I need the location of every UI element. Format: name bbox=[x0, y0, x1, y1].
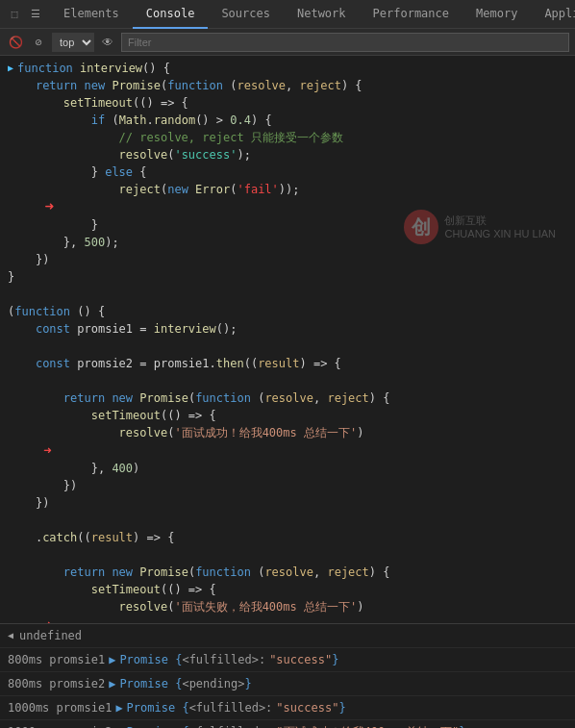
output-1000ms-promsie1: 1000ms promsie1 ▶ Promise { <fulfilled>:… bbox=[0, 696, 575, 720]
promise-kw-2: Promise { bbox=[119, 675, 182, 692]
tab-elements[interactable]: Elements bbox=[50, 0, 133, 29]
code-line: }) bbox=[0, 251, 575, 268]
code-line bbox=[0, 338, 575, 355]
promise-close-1: } bbox=[332, 651, 338, 668]
tab-console[interactable]: Console bbox=[133, 0, 209, 29]
left-arrow: ◀ bbox=[8, 627, 13, 644]
context-selector[interactable]: top bbox=[52, 33, 94, 52]
tab-performance[interactable]: Performance bbox=[360, 0, 462, 29]
pending-2: <pending> bbox=[182, 675, 244, 692]
console-output: ◀ undefined 800ms promsie1 ▶ Promise { <… bbox=[0, 623, 575, 728]
promise-val-1: "success" bbox=[269, 651, 332, 668]
tab-network[interactable]: Network bbox=[284, 0, 360, 29]
code-line: resolve('面试失败，给我400ms 总结一下') ➜ bbox=[0, 598, 575, 623]
filter-toggle-button[interactable]: ⊘ bbox=[29, 33, 48, 52]
expand-arrow-4[interactable]: ▶ bbox=[115, 723, 122, 728]
log-label-1: 800ms promsie1 bbox=[8, 651, 105, 668]
eye-icon[interactable]: 👁 bbox=[98, 33, 117, 52]
promise-close-4: } bbox=[459, 723, 465, 728]
code-line bbox=[0, 372, 575, 389]
toolbar: 🚫 ⊘ top 👁 bbox=[0, 29, 575, 56]
output-800ms-promsie1: 800ms promsie1 ▶ Promise { <fulfilled>: … bbox=[0, 648, 575, 672]
code-line: setTimeout(() => { bbox=[0, 94, 575, 112]
output-1000ms-promsie2: 1000ms promsie2 ▶ Promise { <fulfilled>:… bbox=[0, 720, 575, 728]
tab-sources[interactable]: Sources bbox=[208, 0, 284, 29]
code-line: setTimeout(() => { bbox=[0, 581, 575, 598]
promise-val-3: "success" bbox=[276, 699, 338, 716]
code-line: // resolve, reject 只能接受一个参数 bbox=[0, 129, 575, 146]
fulfilled-1: <fulfilled>: bbox=[182, 651, 265, 668]
code-line bbox=[0, 546, 575, 564]
fulfilled-3: <fulfilled>: bbox=[189, 699, 273, 716]
code-line: }, 400) bbox=[0, 460, 575, 477]
code-line: const promsie2 = promsie1.then((result) … bbox=[0, 355, 575, 372]
code-line bbox=[0, 512, 575, 529]
code-line: } bbox=[0, 268, 575, 286]
code-line: resolve('面试成功！给我400ms 总结一下') ➜ bbox=[0, 424, 575, 460]
code-line: ▶ function interview() { bbox=[0, 60, 575, 77]
promise-kw-1: Promise { bbox=[119, 651, 182, 668]
clear-console-button[interactable]: 🚫 bbox=[6, 33, 25, 52]
code-line bbox=[0, 286, 575, 303]
log-label-3: 1000ms promsie1 bbox=[8, 699, 112, 716]
watermark-icon: 创 bbox=[404, 210, 438, 244]
code-line: return new Promise(function (resolve, re… bbox=[0, 77, 575, 94]
output-800ms-promsie2: 800ms promsie2 ▶ Promise { <pending> } bbox=[0, 672, 575, 696]
code-line: }) bbox=[0, 477, 575, 494]
code-line: setTimeout(() => { bbox=[0, 407, 575, 424]
promise-val-4: "面试成功！给我400ms 总结一下" bbox=[276, 723, 459, 728]
code-line: } else { bbox=[0, 163, 575, 181]
inspect-icon[interactable]: ⬚ bbox=[6, 6, 23, 23]
code-line: (function () { bbox=[0, 303, 575, 320]
code-line: .catch((result) => { bbox=[0, 529, 575, 546]
code-area: 创 创新互联CHUANG XIN HU LIAN ▶ function inte… bbox=[0, 56, 575, 623]
expand-arrow-3[interactable]: ▶ bbox=[115, 699, 122, 716]
expand-arrow[interactable]: ▶ bbox=[8, 60, 13, 77]
undefined-text: undefined bbox=[19, 627, 82, 644]
promise-kw-3: Promise { bbox=[127, 699, 189, 716]
promise-kw-4: Promise { bbox=[127, 723, 189, 728]
filter-input[interactable] bbox=[121, 33, 569, 52]
code-line: }) bbox=[0, 494, 575, 512]
device-icon[interactable]: ☰ bbox=[27, 6, 44, 23]
tab-icons: ⬚ ☰ bbox=[0, 6, 50, 23]
log-label-2: 800ms promsie2 bbox=[8, 675, 105, 692]
watermark-text: 创新互联CHUANG XIN HU LIAN bbox=[444, 213, 556, 240]
expand-arrow-2[interactable]: ▶ bbox=[109, 675, 115, 692]
code-line: return new Promise(function (resolve, re… bbox=[0, 564, 575, 581]
tab-memory[interactable]: Memory bbox=[462, 0, 531, 29]
code-line: return new Promise(function (resolve, re… bbox=[0, 389, 575, 407]
code-line: const promsie1 = interview(); bbox=[0, 320, 575, 338]
tab-application[interactable]: Application bbox=[531, 0, 575, 29]
expand-arrow-1[interactable]: ▶ bbox=[109, 651, 115, 668]
promise-close-2: } bbox=[244, 675, 251, 692]
code-line: if (Math.random() > 0.4) { bbox=[0, 112, 575, 129]
watermark: 创 创新互联CHUANG XIN HU LIAN bbox=[404, 210, 556, 244]
promise-close-3: } bbox=[338, 699, 345, 716]
tab-bar: ⬚ ☰ Elements Console Sources Network Per… bbox=[0, 0, 575, 29]
log-label-4: 1000ms promsie2 bbox=[8, 723, 112, 728]
fulfilled-4: <fulfilled>: bbox=[189, 723, 273, 728]
output-undefined: ◀ undefined bbox=[0, 624, 575, 648]
code-line: resolve('success'); bbox=[0, 146, 575, 163]
